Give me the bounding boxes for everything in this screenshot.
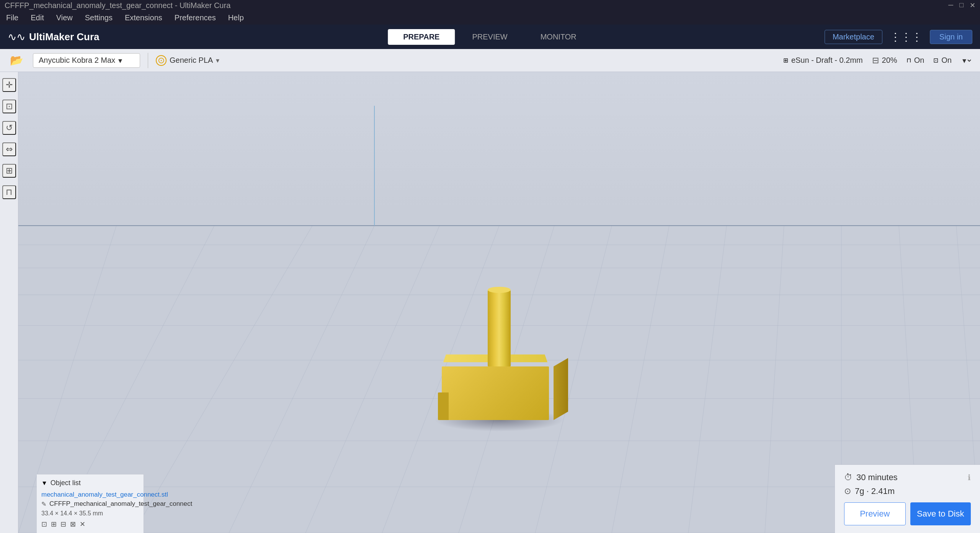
panel-bottom-icons: ⊡ ⊞ ⊟ ⊠ ✕ xyxy=(41,520,139,528)
tab-preview[interactable]: PREVIEW xyxy=(456,29,523,45)
panel-chevron-icon: ▼ xyxy=(41,480,47,487)
printer-dropdown-icon: ▾ xyxy=(118,56,122,65)
support-tool[interactable]: ⊓ xyxy=(2,185,16,199)
cylinder-top xyxy=(488,287,511,293)
model-base xyxy=(434,359,564,420)
settings-dropdown[interactable]: ▾ xyxy=(961,56,972,65)
tab-prepare[interactable]: PREPARE xyxy=(388,29,455,45)
material-icon xyxy=(156,55,167,66)
title-bar: CFFFP_mechanical_anomaly_test_gear_conne… xyxy=(0,0,980,11)
toolbar-divider xyxy=(148,53,148,68)
panel-title: Object list xyxy=(51,479,81,487)
tab-monitor[interactable]: MONITOR xyxy=(525,29,592,45)
save-to-disk-button[interactable]: Save to Disk xyxy=(910,502,971,525)
material-usage-icon: ⊙ xyxy=(844,486,851,496)
marketplace-button[interactable]: Marketplace xyxy=(825,30,882,44)
maximize-button[interactable]: □ xyxy=(959,1,964,10)
menu-preferences[interactable]: Preferences xyxy=(175,13,216,22)
panel-header[interactable]: ▼ Object list xyxy=(41,479,139,487)
preview-button[interactable]: Preview xyxy=(844,502,906,525)
panel-icon-1[interactable]: ⊡ xyxy=(41,520,47,528)
mirror-tool[interactable]: ⇔ xyxy=(2,142,16,156)
move-tool[interactable]: ✛ xyxy=(2,78,16,92)
time-label: 30 minutes xyxy=(856,473,898,482)
infill-icon: ⊟ xyxy=(872,56,879,65)
cylinder-body xyxy=(488,290,511,366)
menu-file[interactable]: File xyxy=(6,13,18,22)
main-area: ✛ ⊡ ↺ ⇔ ⊞ ⊓ xyxy=(0,72,980,533)
edit-label: CFFFP_mechanical_anomaly_test_gear_conne… xyxy=(49,500,192,508)
logo-icon: ∿∿ xyxy=(8,31,25,43)
material-name: Generic PLA xyxy=(170,56,213,65)
menu-extensions[interactable]: Extensions xyxy=(125,13,162,22)
panel-icon-4[interactable]: ⊠ xyxy=(70,520,76,528)
app-name: UltiMaker Cura xyxy=(29,31,100,43)
infill-setting[interactable]: ⊟ 20% xyxy=(872,56,897,65)
viewport[interactable]: ▼ Object list mechanical_anomaly_test_ge… xyxy=(18,72,980,533)
material-dropdown-icon: ▾ xyxy=(216,56,219,65)
adhesion-setting[interactable]: ⊡ On xyxy=(933,56,952,65)
left-sidebar: ✛ ⊡ ↺ ⇔ ⊞ ⊓ xyxy=(0,72,18,533)
menu-edit[interactable]: Edit xyxy=(31,13,44,22)
3d-model xyxy=(423,278,576,432)
object-dimensions: 33.4 × 14.4 × 35.5 mm xyxy=(41,510,139,517)
nav-tabs: PREPARE PREVIEW MONITOR xyxy=(388,29,592,45)
profile-icon: ⊞ xyxy=(783,57,788,64)
slice-info: ⏱ 30 minutes ℹ ⊙ 7g · 2.41m xyxy=(844,473,971,496)
toolbar-right: ⊞ eSun - Draft - 0.2mm ⊟ 20% ⊓ On ⊡ On ▾ xyxy=(783,56,972,65)
close-button[interactable]: ✕ xyxy=(970,1,975,10)
arrange-tool[interactable]: ⊞ xyxy=(2,164,16,178)
sky-background xyxy=(18,72,980,210)
adhesion-icon: ⊡ xyxy=(933,57,938,64)
object-list-panel: ▼ Object list mechanical_anomaly_test_ge… xyxy=(37,474,144,533)
support-setting[interactable]: ⊓ On xyxy=(906,56,924,65)
menu-bar: File Edit View Settings Extensions Prefe… xyxy=(0,11,980,25)
material-usage-label: 7g · 2.41m xyxy=(855,486,895,496)
infill-label: 20% xyxy=(882,56,897,65)
adhesion-label: On xyxy=(941,56,952,65)
time-row: ⏱ 30 minutes ℹ xyxy=(844,473,971,482)
toolbar: 📂 Anycubic Kobra 2 Max ▾ Generic PLA ▾ ⊞… xyxy=(0,49,980,72)
rotate-tool[interactable]: ↺ xyxy=(2,121,16,135)
menu-help[interactable]: Help xyxy=(228,13,244,22)
minimize-button[interactable]: ─ xyxy=(948,1,953,10)
signin-button[interactable]: Sign in xyxy=(930,30,972,44)
object-item[interactable]: mechanical_anomaly_test_gear_connect.stl xyxy=(41,491,139,499)
support-icon: ⊓ xyxy=(906,57,911,64)
printer-name: Anycubic Kobra 2 Max xyxy=(39,56,115,65)
menu-view[interactable]: View xyxy=(56,13,73,22)
window-title: CFFFP_mechanical_anomaly_test_gear_conne… xyxy=(5,1,230,10)
panel-icon-5[interactable]: ✕ xyxy=(80,520,85,528)
panel-edit-row: ✎ CFFFP_mechanical_anomaly_test_gear_con… xyxy=(41,500,139,508)
menu-settings[interactable]: Settings xyxy=(85,13,113,22)
model-cylinder xyxy=(488,290,511,366)
scale-tool[interactable]: ⊡ xyxy=(2,100,16,113)
profile-label: eSun - Draft - 0.2mm xyxy=(791,56,863,65)
folder-icon: 📂 xyxy=(10,54,23,67)
time-icon: ⏱ xyxy=(844,473,853,482)
material-row: ⊙ 7g · 2.41m xyxy=(844,486,971,496)
panel-icon-2[interactable]: ⊞ xyxy=(51,520,57,528)
nav-right: Marketplace ⋮⋮⋮ Sign in xyxy=(825,30,972,44)
logo-area: ∿∿ UltiMaker Cura xyxy=(8,31,100,43)
edit-icon: ✎ xyxy=(41,500,46,508)
info-icon[interactable]: ℹ xyxy=(968,473,971,482)
slice-panel: ⏱ 30 minutes ℹ ⊙ 7g · 2.41m Preview Save… xyxy=(835,464,980,533)
panel-icon-3[interactable]: ⊟ xyxy=(60,520,66,528)
open-folder-button[interactable]: 📂 xyxy=(8,52,25,69)
material-selector[interactable]: Generic PLA ▾ xyxy=(156,55,219,66)
slice-buttons: Preview Save to Disk xyxy=(844,502,971,525)
support-label: On xyxy=(914,56,924,65)
profile-setting[interactable]: ⊞ eSun - Draft - 0.2mm xyxy=(783,56,863,65)
nav-bar: ∿∿ UltiMaker Cura PREPARE PREVIEW MONITO… xyxy=(0,25,980,49)
window-controls: ─ □ ✕ xyxy=(948,1,975,10)
printer-selector[interactable]: Anycubic Kobra 2 Max ▾ xyxy=(33,53,140,68)
apps-grid-icon[interactable]: ⋮⋮⋮ xyxy=(890,31,922,43)
